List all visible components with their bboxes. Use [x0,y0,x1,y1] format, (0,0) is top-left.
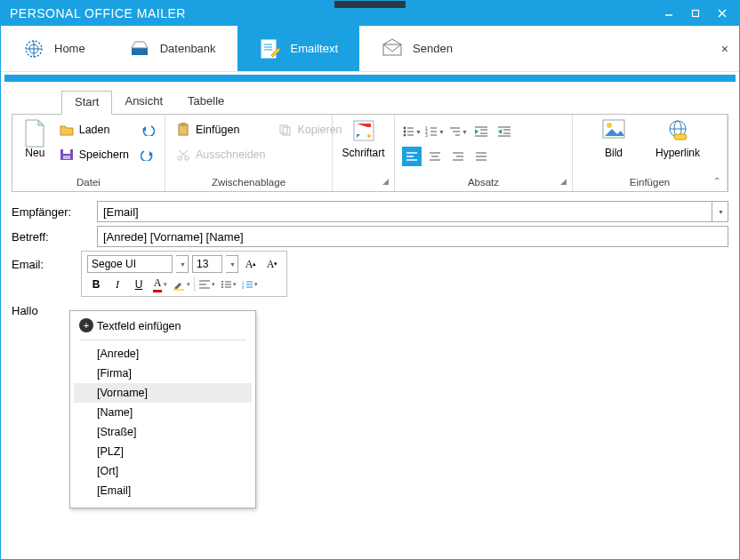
context-item-plz[interactable]: [PLZ] [74,442,252,461]
ausschneiden-button[interactable]: Ausschneiden [173,145,269,164]
hyperlink-globe-icon [665,118,690,143]
subject-label: Betreff: [12,230,97,244]
font-color-button[interactable]: A▾ [151,276,169,292]
svg-marker-82 [174,283,181,290]
ribbon-collapse-button[interactable]: ⌃ [713,176,720,186]
window-handle[interactable] [334,1,406,8]
speichern-button[interactable]: Speichern [56,145,133,164]
svg-text:3: 3 [425,132,428,138]
recipient-input[interactable] [97,201,712,222]
shrink-font-button[interactable]: A▾ [263,256,281,272]
nav-datenbank-label: Datenbank [160,42,216,55]
neu-button[interactable]: Neu [20,118,51,159]
schriftart-button[interactable]: Schriftart [340,118,387,159]
bild-button[interactable]: Bild [589,118,639,159]
nav-senden-label: Senden [413,42,453,55]
nav-home[interactable]: Home [1,26,107,71]
svg-point-42 [404,134,406,137]
svg-rect-32 [280,125,287,133]
svg-marker-57 [475,129,479,134]
font-size-dropdown[interactable]: ▼ [226,255,238,273]
italic-button[interactable]: I [109,276,126,292]
align-center-button[interactable] [425,147,445,166]
align-left-button[interactable] [402,147,422,166]
folder-open-icon [60,124,74,136]
svg-point-91 [221,286,223,288]
ribbon-tabs: Start Ansicht Tabelle [12,91,728,115]
svg-point-89 [221,284,223,285]
scissors-icon [176,148,190,161]
svg-point-28 [178,156,181,160]
ribbon-group-datei: Neu Laden Speichern Datei [12,115,165,191]
svg-rect-23 [63,156,70,159]
einfuegen-button[interactable]: Einfügen [173,120,269,140]
highlight-button[interactable]: ▾ [173,276,190,292]
multilevel-list-button[interactable]: ▼ [448,122,468,141]
schriftart-launcher[interactable]: ◢ [382,177,389,186]
numbering-menu-button[interactable]: 123▾ [241,276,259,292]
nav-datenbank[interactable]: Datenbank [107,26,237,71]
svg-rect-27 [181,123,186,126]
context-item-name[interactable]: [Name] [74,403,252,422]
ribbon-tab-tabelle[interactable]: Tabelle [175,91,237,115]
copy-icon [278,124,293,136]
hyperlink-button[interactable]: Hyperlink [653,118,703,159]
subject-input[interactable] [97,226,728,247]
svg-marker-20 [60,126,73,135]
editor-toolbar: Segoe UI ▼ 13 ▼ A▴ A▾ B I U A▾ ▾ ▾ ▾ 123… [81,251,287,297]
recipient-label: Empfänger: [12,205,97,219]
grow-font-button[interactable]: A▴ [242,256,260,272]
ribbon-tab-ansicht[interactable]: Ansicht [112,91,175,115]
redo-button[interactable] [138,145,157,164]
align-right-button[interactable] [448,147,468,166]
nav-senden[interactable]: Senden [359,26,474,71]
window-close-button[interactable] [709,1,736,26]
window-minimize-button[interactable] [656,1,682,26]
laden-button[interactable]: Laden [56,120,133,140]
ribbon-tab-start[interactable]: Start [61,91,112,115]
undo-button[interactable] [138,120,157,140]
nav-home-label: Home [54,42,85,55]
bullets-menu-button[interactable]: ▾ [220,276,237,292]
email-body-area[interactable]: Hallo + Textfeld einfügen [Anrede][Firma… [12,304,728,317]
ribbon: Neu Laden Speichern Datei [12,114,728,192]
svg-rect-8 [132,48,148,55]
svg-marker-19 [38,120,44,125]
font-family-dropdown[interactable]: ▼ [176,255,189,273]
main-nav: Home Datenbank Emailtext Senden × [1,26,739,72]
bullets-button[interactable]: ▼ [402,122,422,141]
nav-close-button[interactable]: × [721,42,728,56]
svg-line-31 [179,150,186,156]
align-menu-button[interactable]: ▾ [198,276,216,292]
svg-point-38 [404,127,406,130]
recipient-dropdown-button[interactable]: ▼ [712,201,728,222]
absatz-launcher[interactable]: ◢ [560,177,567,186]
context-item-ort[interactable]: [Ort] [74,461,252,481]
context-item-firma[interactable]: [Firma] [74,364,252,383]
picture-icon [601,118,626,143]
new-file-icon [22,118,47,143]
svg-line-30 [181,150,188,156]
outdent-button[interactable] [471,122,491,141]
underline-button[interactable]: U [130,276,148,292]
titlebar: PERSONAL OFFICE MAILER [1,1,739,26]
context-item-vorname[interactable]: [Vorname] [74,383,252,403]
indent-button[interactable] [495,122,514,141]
context-item-straße[interactable]: [Straße] [74,422,252,442]
align-justify-button[interactable] [471,147,491,166]
save-icon [60,148,74,161]
numbering-button[interactable]: 123▼ [425,122,445,141]
context-item-anrede[interactable]: [Anrede] [74,344,252,364]
nav-emailtext[interactable]: Emailtext [237,26,359,71]
svg-rect-11 [135,45,144,47]
window-maximize-button[interactable] [682,1,709,26]
group-label-zwischenablage: Zwischenablage [173,175,325,189]
svg-point-40 [404,131,406,133]
context-item-email[interactable]: [Email] [74,481,252,500]
bold-button[interactable]: B [87,276,105,292]
font-family-select[interactable]: Segoe UI [87,255,173,273]
context-menu-header: + Textfeld einfügen [74,316,252,340]
font-size-select[interactable]: 13 [192,255,222,273]
nav-emailtext-label: Emailtext [291,42,338,55]
svg-rect-22 [63,149,70,154]
